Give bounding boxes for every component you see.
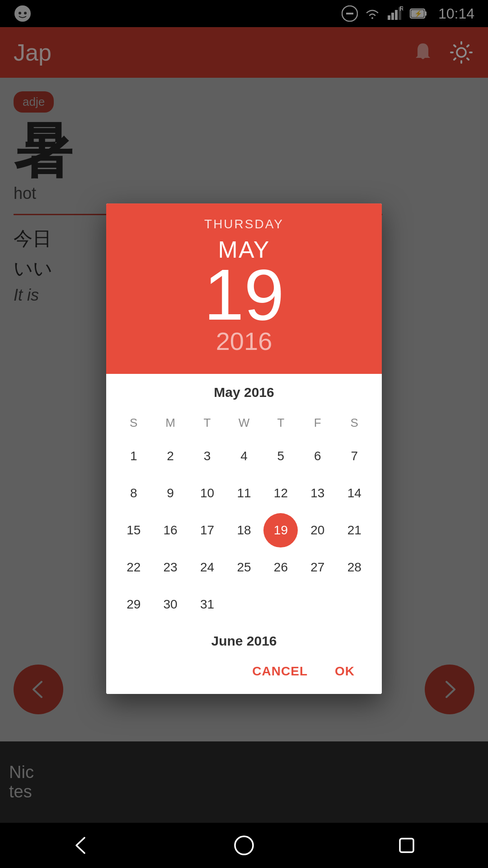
- cal-day-29[interactable]: 29: [117, 587, 151, 622]
- cal-day-24[interactable]: 24: [190, 550, 225, 585]
- cal-day-7[interactable]: 7: [337, 439, 371, 473]
- cal-day-23[interactable]: 23: [153, 550, 188, 585]
- day-header-mon: M: [153, 409, 188, 436]
- calendar-week-4: 22 23 24 25 26 27 28: [115, 550, 373, 585]
- cal-day-21[interactable]: 21: [337, 513, 371, 547]
- cal-day-25[interactable]: 25: [227, 550, 261, 585]
- ok-button[interactable]: OK: [330, 660, 359, 683]
- nav-bar: [0, 823, 488, 868]
- cal-day-5[interactable]: 5: [263, 439, 298, 473]
- cal-day-16[interactable]: 16: [153, 513, 188, 547]
- recent-button[interactable]: [395, 834, 418, 857]
- cal-day-11[interactable]: 11: [227, 476, 261, 510]
- cal-day-14[interactable]: 14: [337, 476, 371, 510]
- cal-day-12[interactable]: 12: [263, 476, 298, 510]
- cal-day-13[interactable]: 13: [300, 476, 335, 510]
- cal-day-8[interactable]: 8: [117, 476, 151, 510]
- cal-day-3[interactable]: 3: [190, 439, 225, 473]
- back-icon: [70, 834, 93, 857]
- cancel-button[interactable]: CANCEL: [248, 660, 312, 683]
- cal-day-18[interactable]: 18: [227, 513, 261, 547]
- cal-day-2[interactable]: 2: [153, 439, 188, 473]
- svg-rect-16: [400, 839, 413, 852]
- day-header-thu: T: [263, 409, 298, 436]
- dialog-actions: CANCEL OK: [115, 649, 373, 694]
- back-button[interactable]: [70, 834, 93, 857]
- home-icon: [233, 834, 255, 857]
- dialog-date-number: 19: [124, 259, 364, 331]
- cal-day-27[interactable]: 27: [300, 550, 335, 585]
- calendar-week-3: 15 16 17 18 19 20 21: [115, 513, 373, 547]
- dialog-header: THURSDAY MAY 19 2016: [106, 203, 382, 374]
- day-header-sun: S: [117, 409, 151, 436]
- calendar-header-row: S M T W T F S: [115, 409, 373, 436]
- cal-day-28[interactable]: 28: [337, 550, 371, 585]
- cal-day-15[interactable]: 15: [117, 513, 151, 547]
- dialog-day-label: THURSDAY: [124, 217, 364, 231]
- dialog-year-label[interactable]: 2016: [124, 326, 364, 356]
- date-picker-dialog: THURSDAY MAY 19 2016 May 2016 S M T W T …: [106, 203, 382, 694]
- cal-day-1[interactable]: 1: [117, 439, 151, 473]
- cal-day-6[interactable]: 6: [300, 439, 335, 473]
- calendar-month-title: May 2016: [115, 385, 373, 400]
- day-header-wed: W: [227, 409, 261, 436]
- cal-day-10[interactable]: 10: [190, 476, 225, 510]
- cal-day-30[interactable]: 30: [153, 587, 188, 622]
- home-button[interactable]: [233, 834, 255, 857]
- calendar-week-2: 8 9 10 11 12 13 14: [115, 476, 373, 510]
- next-month-label: June 2016: [115, 624, 373, 649]
- day-header-fri: F: [300, 409, 335, 436]
- cal-day-20[interactable]: 20: [300, 513, 335, 547]
- calendar-body: May 2016 S M T W T F S 1 2 3 4 5 6 7: [106, 374, 382, 694]
- cal-day-17[interactable]: 17: [190, 513, 225, 547]
- recent-icon: [395, 834, 418, 857]
- cal-day-4[interactable]: 4: [227, 439, 261, 473]
- calendar-week-5: 29 30 31: [115, 587, 373, 622]
- cal-day-22[interactable]: 22: [117, 550, 151, 585]
- day-header-tue: T: [190, 409, 225, 436]
- cal-day-26[interactable]: 26: [263, 550, 298, 585]
- calendar-grid: S M T W T F S 1 2 3 4 5 6 7 8 9: [115, 409, 373, 622]
- cal-day-31[interactable]: 31: [190, 587, 225, 622]
- cal-day-9[interactable]: 9: [153, 476, 188, 510]
- day-header-sat: S: [337, 409, 371, 436]
- svg-point-15: [235, 836, 253, 854]
- cal-day-19[interactable]: 19: [263, 513, 298, 547]
- calendar-week-1: 1 2 3 4 5 6 7: [115, 439, 373, 473]
